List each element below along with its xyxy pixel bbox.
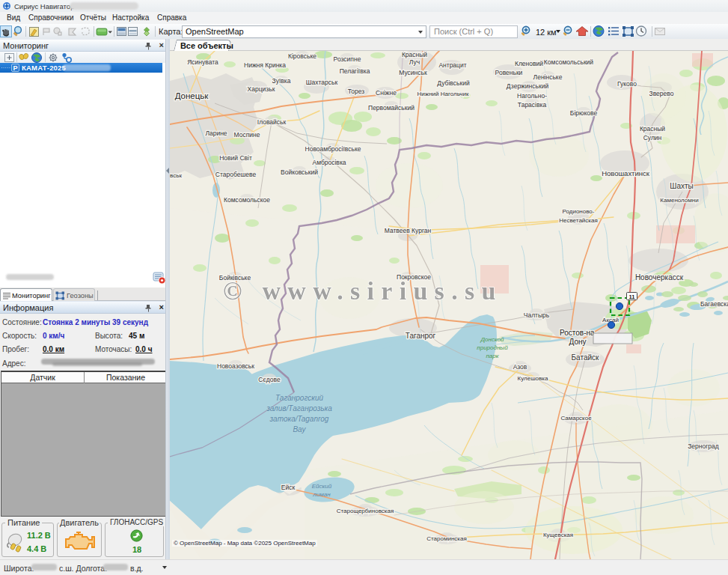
svg-text:Нижний Нагольчик: Нижний Нагольчик: [417, 91, 469, 97]
svg-text:залив/Таганрозька: залив/Таганрозька: [266, 404, 332, 413]
svg-text:Кленовий: Кленовий: [515, 60, 543, 67]
svg-text:Донецьк: Донецьк: [175, 91, 209, 100]
svg-text:Ленінське: Ленінське: [533, 73, 563, 81]
svg-text:Ейск: Ейск: [281, 484, 296, 491]
svg-text:Первомайський: Первомайський: [368, 104, 415, 112]
svg-text:Батайск: Батайск: [572, 353, 600, 362]
svg-text:парк: парк: [486, 353, 499, 359]
svg-text:Бірюкове: Бірюкове: [570, 109, 598, 117]
svg-text:Кулешовка: Кулешовка: [518, 375, 548, 382]
svg-text:Bay: Bay: [293, 425, 306, 433]
svg-text:Красный: Красный: [402, 51, 427, 58]
svg-text:Ларине: Ларине: [205, 130, 227, 137]
svg-text:Гуково: Гуково: [617, 80, 637, 88]
svg-text:природный: природный: [477, 344, 508, 351]
svg-text:Дону: Дону: [569, 338, 587, 346]
svg-text:Несветайская: Несветайская: [559, 217, 598, 224]
svg-text:11: 11: [629, 293, 635, 300]
svg-text:Багаевска: Багаевска: [700, 300, 728, 308]
svg-text:Сулин: Сулин: [643, 134, 662, 142]
svg-text:Новоазовськ: Новоазовськ: [217, 362, 254, 370]
svg-text:лиман: лиман: [312, 491, 331, 498]
svg-text:Нагольно-: Нагольно-: [517, 92, 547, 100]
svg-text:Каменоломни: Каменоломни: [660, 197, 698, 204]
svg-text:Комсомольское: Комсомольское: [224, 196, 270, 204]
svg-text:Кіровське: Кіровське: [288, 52, 316, 60]
svg-text:Ясинувата: Ясинувата: [187, 58, 218, 66]
svg-text:Сєдове: Сєдове: [258, 376, 281, 383]
svg-text:Зверево: Зверево: [649, 90, 674, 97]
svg-text:Луч: Луч: [409, 58, 420, 66]
svg-text:Староминская: Староминская: [426, 535, 467, 542]
svg-text:Дубівський: Дубівський: [437, 79, 470, 87]
svg-text:Тарасівка: Тарасівка: [518, 101, 547, 109]
svg-text:Ровеньки: Ровеньки: [495, 69, 523, 76]
svg-text:Старобешеве: Старобешеве: [215, 171, 257, 178]
svg-text:Мусинськ: Мусинськ: [399, 69, 427, 76]
svg-text:Розсипне: Розсипне: [334, 55, 361, 63]
svg-text:Дзержинський: Дзержинський: [507, 82, 549, 90]
svg-text:Торез: Торез: [348, 88, 365, 95]
svg-text:Новоамбросіївське: Новоамбросіївське: [305, 145, 361, 153]
svg-text:Харцизьк: Харцизьк: [248, 85, 275, 93]
svg-text:Ейский: Ейский: [312, 483, 332, 490]
svg-text:Новошахтинск: Новошахтинск: [602, 169, 650, 177]
svg-text:Ростов-на-: Ростов-на-: [560, 329, 597, 337]
svg-text:Чалтырь: Чалтырь: [524, 311, 550, 319]
svg-text:Нижня Кринка: Нижня Кринка: [244, 61, 286, 69]
svg-text:Шахтарськ: Шахтарськ: [306, 79, 338, 86]
svg-text:Красный: Красный: [640, 125, 665, 133]
svg-text:вськ: вськ: [170, 172, 182, 179]
svg-text:затока/Taganrog: затока/Taganrog: [269, 415, 329, 423]
svg-text:Антрацит: Антрацит: [438, 61, 466, 69]
svg-text:Кущевская: Кущевская: [543, 532, 573, 538]
svg-text:Зерноград: Зерноград: [688, 442, 719, 450]
svg-text:Зуївка: Зуївка: [272, 77, 291, 85]
svg-text:Старощербиновская: Старощербиновская: [337, 508, 394, 514]
svg-text:Донской: Донской: [480, 336, 504, 343]
svg-text:Комсомольський: Комсомольський: [544, 58, 594, 66]
svg-text:Амбросівка: Амбросівка: [312, 159, 346, 166]
svg-text:Іловайськ: Іловайськ: [257, 118, 287, 126]
svg-text:Пелагіївка: Пелагіївка: [340, 67, 370, 75]
svg-text:Азов: Азов: [513, 363, 527, 371]
svg-text:Сніжне: Сніжне: [376, 89, 397, 97]
svg-text:Моспине: Моспине: [234, 131, 260, 139]
svg-text:Самарское: Самарское: [560, 415, 592, 422]
svg-text:Войковський: Войковський: [281, 168, 318, 176]
svg-text:Новий Світ: Новий Світ: [219, 154, 252, 162]
svg-text:© www.sirius.su: © www.sirius.su: [223, 277, 503, 305]
svg-text:Таганрогский: Таганрогский: [275, 394, 324, 402]
svg-text:Матвеев Курган: Матвеев Курган: [385, 227, 432, 234]
svg-text:Шахты: Шахты: [670, 182, 693, 190]
svg-text:Таганрог: Таганрог: [406, 332, 436, 340]
svg-text:Родионово-: Родионово-: [563, 208, 595, 215]
svg-text:Новочеркасск: Новочеркасск: [635, 273, 684, 282]
